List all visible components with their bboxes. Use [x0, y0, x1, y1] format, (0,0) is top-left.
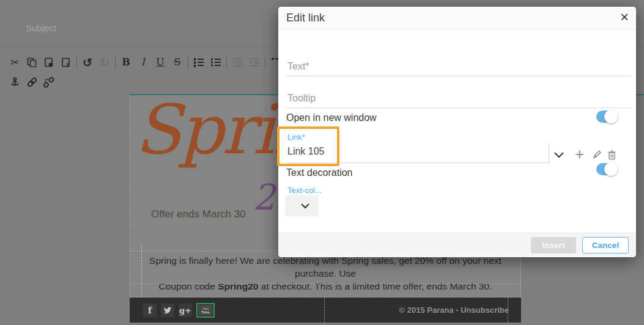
add-link-icon[interactable]: +: [575, 146, 584, 162]
link-select-value[interactable]: Link 105: [287, 146, 325, 157]
unlink-icon[interactable]: [40, 75, 57, 89]
body-line2-post: at checkout. This is a limited time offe…: [258, 281, 492, 291]
body-line1: Spring is finally here! We are celebrati…: [149, 255, 502, 279]
toolbar-row2: [6, 74, 57, 90]
toggle-knob: [604, 110, 618, 123]
youtube-icon[interactable]: You Tube: [198, 305, 213, 316]
open-new-window-toggle[interactable]: [596, 111, 616, 123]
canvas-divider-dashed: [0, 95, 130, 95]
body-line2-pre: Coupon code: [159, 281, 218, 291]
ordered-list-icon[interactable]: [190, 55, 207, 70]
edit-link-dialog: Edit link × Open in new window Link* Lin…: [278, 7, 636, 257]
subject-input[interactable]: [24, 22, 259, 34]
facebook-icon[interactable]: f: [143, 304, 157, 317]
cancel-button[interactable]: Cancel: [582, 237, 629, 254]
twitter-icon[interactable]: [161, 304, 174, 317]
email-body-text[interactable]: Spring is finally here! We are celebrati…: [130, 254, 521, 293]
outdent-icon: [229, 55, 246, 70]
cut-icon[interactable]: ✂: [6, 55, 23, 70]
tooltip-input[interactable]: [286, 89, 631, 108]
undo-icon[interactable]: ↺: [79, 55, 96, 70]
link-field-label: Link*: [287, 133, 305, 142]
toolbar-separator: [226, 56, 227, 69]
edit-link-icon[interactable]: [591, 150, 602, 162]
text-decoration-label: Text decoration: [286, 167, 353, 178]
copy-icon[interactable]: [23, 55, 40, 70]
dialog-title: Edit link: [286, 12, 325, 24]
redo-icon: ↻: [96, 55, 113, 70]
youtube-selection-outline: You Tube: [196, 303, 215, 318]
delete-link-icon[interactable]: [607, 150, 616, 162]
app-screen: ✂ T ↺ ↻ B I U S ”: [0, 0, 644, 325]
link-field-underline: [286, 162, 549, 163]
link-text-input[interactable]: [286, 57, 631, 76]
open-new-window-label: Open in new window: [286, 112, 377, 123]
coupon-code: Spring20: [218, 281, 258, 291]
anchor-icon[interactable]: [6, 75, 23, 89]
text-color-label: Text-col...: [287, 186, 322, 195]
text-decoration-toggle[interactable]: [596, 163, 616, 175]
strikethrough-icon[interactable]: S: [169, 55, 186, 70]
paste-text-icon[interactable]: T: [57, 55, 75, 70]
indent-icon: [246, 55, 263, 70]
copyright-unsubscribe-text[interactable]: © 2015 Parana - Unsubscribe: [399, 305, 509, 315]
insert-button[interactable]: Insert: [531, 237, 576, 254]
unordered-list-icon[interactable]: [207, 55, 224, 70]
text-color-dropdown[interactable]: [285, 195, 319, 216]
italic-icon[interactable]: I: [135, 55, 152, 70]
dialog-footer: Insert Cancel: [278, 233, 636, 257]
googleplus-icon[interactable]: g+: [179, 304, 192, 317]
link-dropdown-chevron-icon[interactable]: [553, 150, 564, 161]
email-footer[interactable]: f g+ You Tube © 2015 Parana - Unsubscrib…: [130, 298, 521, 323]
close-icon[interactable]: ×: [620, 9, 629, 26]
toggle-knob: [604, 162, 618, 176]
color-dropdown-chevron-icon: [300, 203, 310, 210]
toolbar-separator: [76, 56, 77, 69]
svg-text:T: T: [66, 62, 70, 68]
email-offer-text: Offer ends March 30: [151, 208, 246, 221]
dialog-header: Edit link ×: [278, 7, 636, 30]
email-year-digit: 2: [253, 180, 275, 215]
bold-icon[interactable]: B: [117, 55, 135, 70]
block-border: [130, 283, 521, 284]
toolbar-separator: [115, 56, 116, 69]
footer-cell-border: [324, 298, 325, 323]
toolbar-separator: [265, 56, 265, 69]
paste-icon[interactable]: [40, 55, 57, 70]
social-icons-block[interactable]: f g+ You Tube: [143, 303, 215, 318]
youtube-text-bottom: Tube: [201, 310, 210, 314]
toolbar-separator: [188, 56, 188, 69]
underline-icon[interactable]: U: [152, 55, 169, 70]
toolbar-row1: ✂ T ↺ ↻ B I U S ”: [6, 54, 284, 70]
link-icon[interactable]: [23, 75, 40, 89]
dropdown-separator: [549, 144, 549, 163]
